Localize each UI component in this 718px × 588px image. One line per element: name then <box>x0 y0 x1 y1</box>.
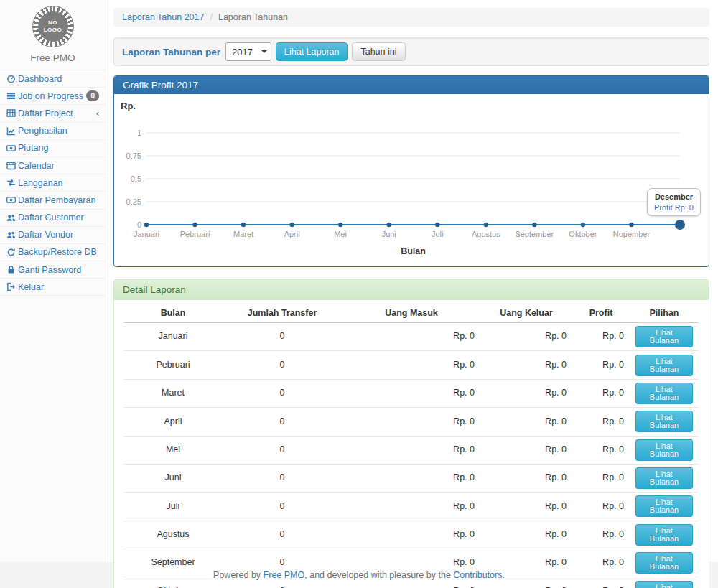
cell-profit: Rp. 0 <box>572 493 630 521</box>
column-header-profit: Profit <box>572 304 630 323</box>
job-count-badge: 0 <box>86 90 99 101</box>
lihat-bulanan-button[interactable]: Lihat Bulanan <box>635 439 693 461</box>
sidebar-item-label: Backup/Restore DB <box>18 247 97 257</box>
sidebar-item-label: Daftar Vendor <box>18 230 73 240</box>
detail-table: BulanJumlah TransferUang MasukUang Kelua… <box>124 304 699 588</box>
main-content: Laporan Tahun 2017 / Laporan Tahunan Lap… <box>106 0 718 562</box>
lihat-bulanan-button[interactable]: Lihat Bulanan <box>635 524 693 546</box>
cell-masuk: Rp. 0 <box>342 436 480 464</box>
column-header-pilihan: Pilihan <box>630 304 699 323</box>
cell-bulan: Pebruari <box>124 351 222 379</box>
sidebar-item-langganan[interactable]: Langganan <box>0 174 106 192</box>
svg-text:0.75: 0.75 <box>126 151 141 160</box>
year-select-wrap: 2017 <box>225 42 271 61</box>
cell-keluar: Rp. 0 <box>480 436 572 464</box>
cell-masuk: Rp. 0 <box>342 464 480 492</box>
footer-link-freepmo[interactable]: Free PMO <box>264 570 305 580</box>
sidebar-item-ganti-password[interactable]: Ganti Password <box>0 261 106 279</box>
sidebar-item-dashboard[interactable]: Dashboard <box>0 70 106 88</box>
tooltip-title: Desember <box>654 192 694 201</box>
svg-text:Nopember: Nopember <box>613 230 651 238</box>
cell-masuk: Rp. 0 <box>342 351 480 379</box>
lihat-bulanan-button[interactable]: Lihat Bulanan <box>635 326 693 347</box>
sidebar-item-piutang[interactable]: Piutang <box>0 140 106 157</box>
cell-transfer: 0 <box>222 351 342 379</box>
cell-profit: Rp. 0 <box>572 549 630 577</box>
cell-masuk: Rp. 0 <box>342 521 480 549</box>
lihat-bulanan-button[interactable]: Lihat Bulanan <box>635 552 693 574</box>
svg-text:Oktober: Oktober <box>569 230 597 238</box>
repeat-icon <box>6 178 18 187</box>
sidebar-item-label: Keluar <box>18 282 44 292</box>
sidebar-item-daftar-vendor[interactable]: Daftar Vendor <box>0 227 106 244</box>
cell-bulan: April <box>124 408 222 436</box>
column-header-jumlah-transfer: Jumlah Transfer <box>222 304 342 323</box>
svg-text:Rp.: Rp. <box>121 101 136 111</box>
cell-bulan: Juli <box>124 493 222 521</box>
sidebar-item-label: Dashboard <box>18 74 62 84</box>
sidebar-item-penghasilan[interactable]: Penghasilan <box>0 123 106 140</box>
chevron-left-icon: ‹ <box>96 108 99 118</box>
cell-profit: Rp. 0 <box>572 323 630 351</box>
table-row: Juli0Rp. 0Rp. 0Rp. 0Lihat Bulanan <box>124 493 699 521</box>
lihat-bulanan-button[interactable]: Lihat Bulanan <box>635 383 693 404</box>
dashboard-icon <box>6 74 18 83</box>
footer-link-contributors[interactable]: Contributors. <box>453 570 505 580</box>
svg-text:September: September <box>515 230 554 238</box>
chart-tooltip: Desember Profit Rp: 0 <box>647 188 701 216</box>
sidebar-item-calendar[interactable]: Calendar <box>0 157 106 174</box>
cell-masuk: Rp. 0 <box>342 379 480 407</box>
table-row: Pebruari0Rp. 0Rp. 0Rp. 0Lihat Bulanan <box>124 351 699 379</box>
logo-text-line1: NO <box>48 19 57 27</box>
sidebar-item-keluar[interactable]: Keluar <box>0 279 106 296</box>
sidebar-item-daftar-project[interactable]: Daftar Project‹ <box>0 105 106 122</box>
sidebar-item-label: Langganan <box>18 178 63 188</box>
svg-text:Bulan: Bulan <box>401 246 426 256</box>
brand-name: Free PMO <box>0 52 106 63</box>
detail-panel-title: Detail Laporan <box>114 280 709 300</box>
cell-transfer: 0 <box>222 521 342 549</box>
lihat-bulanan-button[interactable]: Lihat Bulanan <box>635 411 693 432</box>
breadcrumb-link[interactable]: Laporan Tahun 2017 <box>122 12 204 22</box>
sidebar-item-label: Penghasilan <box>18 126 67 136</box>
sidebar-item-label: Daftar Customer <box>18 213 84 223</box>
cell-profit: Rp. 0 <box>572 408 630 436</box>
sidebar-item-job-on-progress[interactable]: Job on Progress0 <box>0 88 106 105</box>
profit-chart-canvas[interactable]: Rp.00.250.50.751JanuariPebruariMaretApri… <box>114 94 709 266</box>
sidebar-item-daftar-customer[interactable]: Daftar Customer <box>0 210 106 227</box>
cell-bulan: Juni <box>124 464 222 492</box>
lihat-bulanan-button[interactable]: Lihat Bulanan <box>635 495 693 517</box>
breadcrumb-current: Laporan Tahunan <box>218 12 288 22</box>
column-header-bulan: Bulan <box>124 304 222 323</box>
footer-text-middle: , and developed with pleasure by the <box>304 570 451 580</box>
table-row: April0Rp. 0Rp. 0Rp. 0Lihat Bulanan <box>124 408 699 436</box>
cell-bulan: Oktober <box>124 577 222 588</box>
year-filter-form: Laporan Tahunan per 2017 Lihat Laporan T… <box>113 37 709 66</box>
lihat-laporan-button[interactable]: Lihat Laporan <box>276 42 348 61</box>
lihat-bulanan-button[interactable]: Lihat Bulanan <box>635 581 693 588</box>
table-row: Mei0Rp. 0Rp. 0Rp. 0Lihat Bulanan <box>124 436 699 464</box>
breadcrumb: Laporan Tahun 2017 / Laporan Tahunan <box>113 8 709 27</box>
sidebar-item-backup-restore-db[interactable]: Backup/Restore DB <box>0 244 106 261</box>
app-window: NO LOGO Free PMO DashboardJob on Progres… <box>0 0 718 562</box>
svg-text:Mei: Mei <box>334 230 347 238</box>
tahun-ini-button[interactable]: Tahun ini <box>352 42 405 61</box>
lihat-bulanan-button[interactable]: Lihat Bulanan <box>635 355 693 376</box>
cell-transfer: 0 <box>222 323 342 351</box>
svg-text:Pebruari: Pebruari <box>180 230 210 238</box>
svg-text:Juli: Juli <box>432 230 444 238</box>
detail-table-wrap: BulanJumlah TransferUang MasukUang Kelua… <box>114 300 709 588</box>
money-icon <box>6 195 18 205</box>
cell-bulan: Mei <box>124 436 222 464</box>
cell-profit: Rp. 0 <box>572 379 630 407</box>
svg-text:Januari: Januari <box>134 230 159 238</box>
table-row: Januari0Rp. 0Rp. 0Rp. 0Lihat Bulanan <box>124 323 699 351</box>
svg-text:0: 0 <box>137 220 141 229</box>
table-row: Juni0Rp. 0Rp. 0Rp. 0Lihat Bulanan <box>124 464 699 492</box>
lihat-bulanan-button[interactable]: Lihat Bulanan <box>635 467 693 489</box>
calendar-icon <box>6 161 18 170</box>
year-select[interactable]: 2017 <box>225 42 271 61</box>
cell-profit: Rp. 0 <box>572 521 630 549</box>
sidebar-item-label: Calendar <box>18 161 55 171</box>
sidebar-item-daftar-pembayaran[interactable]: Daftar Pembayaran <box>0 192 106 209</box>
